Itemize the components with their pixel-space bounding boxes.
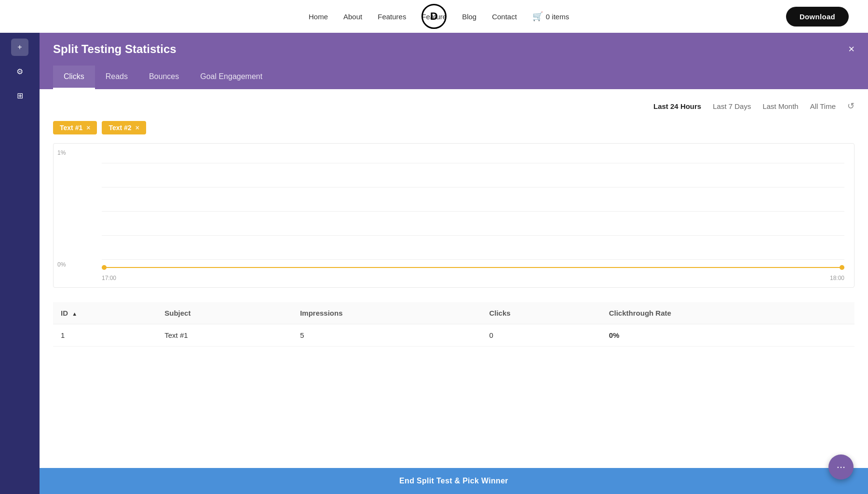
chart-data-line bbox=[102, 267, 844, 268]
chart-x-start: 17:00 bbox=[102, 275, 116, 281]
tab-reads[interactable]: Reads bbox=[95, 66, 138, 89]
nav-contact[interactable]: Contact bbox=[492, 13, 517, 21]
cart-area[interactable]: 🛒 0 items bbox=[532, 11, 569, 22]
sidebar-grid-icon[interactable]: ⊞ bbox=[11, 87, 28, 104]
filter-tag-text1-remove[interactable]: × bbox=[86, 124, 90, 132]
statistics-panel: Split Testing Statistics × Clicks Reads … bbox=[40, 33, 868, 494]
cell-id: 1 bbox=[53, 324, 157, 347]
filter-tags: Text #1 × Text #2 × bbox=[53, 121, 854, 134]
sidebar-gear-icon[interactable]: ⚙ bbox=[11, 63, 28, 80]
plus-icon: + bbox=[17, 43, 22, 52]
time-all-time[interactable]: All Time bbox=[810, 102, 836, 110]
chart-grid-2 bbox=[102, 187, 844, 187]
filter-tag-text2-remove[interactable]: × bbox=[136, 124, 139, 132]
cell-clicks: 0 bbox=[481, 324, 601, 347]
chat-bubble[interactable]: ··· bbox=[828, 454, 854, 480]
chart-dot-left bbox=[102, 265, 107, 270]
chart-line-orange bbox=[102, 267, 844, 268]
gear-icon: ⚙ bbox=[16, 67, 23, 76]
cart-icon: 🛒 bbox=[532, 11, 543, 22]
end-split-test-button[interactable]: End Split Test & Pick Winner bbox=[40, 468, 868, 494]
filter-tag-text1-label: Text #1 bbox=[60, 124, 82, 132]
chart-y-min: 0% bbox=[57, 261, 66, 268]
cell-subject: Text #1 bbox=[157, 324, 292, 347]
chart-y-max: 1% bbox=[57, 149, 66, 156]
filter-tag-text1[interactable]: Text #1 × bbox=[53, 121, 97, 134]
table-row: 1 Text #1 5 0 0% bbox=[53, 324, 854, 347]
panel-close-button[interactable]: × bbox=[848, 44, 854, 54]
data-table: ID ▲ Subject Impressions Clicks Clickthr… bbox=[53, 302, 854, 347]
nav-features[interactable]: Features bbox=[378, 13, 406, 21]
table-header-row: ID ▲ Subject Impressions Clicks Clickthr… bbox=[53, 302, 854, 324]
nav-right: Download bbox=[786, 7, 849, 27]
chart-grid-4 bbox=[102, 235, 844, 236]
filter-tag-text2[interactable]: Text #2 × bbox=[102, 121, 146, 134]
nav-home[interactable]: Home bbox=[309, 13, 328, 21]
panel-title: Split Testing Statistics bbox=[53, 42, 176, 56]
top-navigation: D Home About Features Feature Blog Conta… bbox=[0, 0, 868, 33]
time-last-7d[interactable]: Last 7 Days bbox=[713, 102, 751, 110]
time-reset-button[interactable]: ↺ bbox=[847, 101, 854, 111]
download-button[interactable]: Download bbox=[786, 7, 849, 27]
tab-bounces[interactable]: Bounces bbox=[138, 66, 190, 89]
col-id[interactable]: ID ▲ bbox=[53, 302, 157, 324]
grid-icon: ⊞ bbox=[17, 91, 23, 100]
filter-tag-text2-label: Text #2 bbox=[108, 124, 131, 132]
cell-impressions: 5 bbox=[292, 324, 481, 347]
panel-header: Split Testing Statistics × bbox=[40, 33, 868, 66]
nav-about[interactable]: About bbox=[343, 13, 362, 21]
time-filter-bar: Last 24 Hours Last 7 Days Last Month All… bbox=[53, 101, 854, 111]
main-content: + ⚙ ⊞ Split Testing Statistics × Clicks … bbox=[0, 33, 868, 494]
sort-icon: ▲ bbox=[72, 311, 77, 317]
time-last-month[interactable]: Last Month bbox=[762, 102, 798, 110]
tab-clicks[interactable]: Clicks bbox=[53, 66, 95, 89]
panel-tabs: Clicks Reads Bounces Goal Engagement bbox=[40, 66, 868, 89]
col-impressions: Impressions bbox=[292, 302, 481, 324]
tab-goal-engagement[interactable]: Goal Engagement bbox=[190, 66, 273, 89]
col-clicks: Clicks bbox=[481, 302, 601, 324]
cart-count: 0 items bbox=[546, 13, 569, 21]
col-ctr: Clickthrough Rate bbox=[601, 302, 854, 324]
site-logo: D bbox=[421, 4, 447, 29]
chart-x-end: 18:00 bbox=[830, 275, 844, 281]
chart-grid-3 bbox=[102, 211, 844, 212]
col-subject: Subject bbox=[157, 302, 292, 324]
sidebar-plus-icon[interactable]: + bbox=[11, 39, 28, 56]
time-last-24h[interactable]: Last 24 Hours bbox=[653, 102, 701, 110]
statistics-chart: 1% 0% 17:00 18:00 bbox=[53, 143, 854, 288]
chat-icon: ··· bbox=[837, 461, 845, 473]
nav-blog[interactable]: Blog bbox=[462, 13, 476, 21]
left-sidebar: + ⚙ ⊞ bbox=[0, 33, 40, 494]
chart-dot-right bbox=[840, 265, 844, 270]
panel-body: Last 24 Hours Last 7 Days Last Month All… bbox=[40, 89, 868, 468]
cell-ctr: 0% bbox=[601, 324, 854, 347]
chart-grid-top bbox=[102, 163, 844, 163]
chart-grid-5 bbox=[102, 259, 844, 260]
chart-x-labels: 17:00 18:00 bbox=[102, 275, 844, 281]
